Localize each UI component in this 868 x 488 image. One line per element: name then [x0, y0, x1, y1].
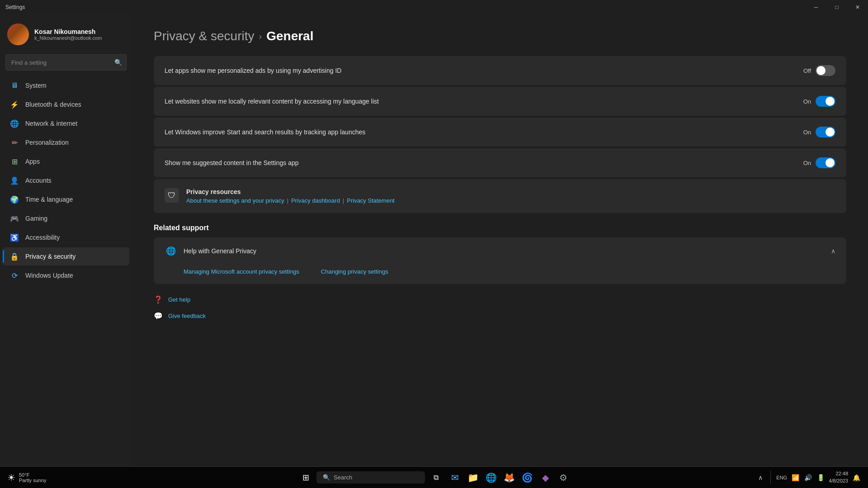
sidebar-item-personalization[interactable]: ✏ Personalization	[3, 133, 129, 152]
privacy-links: About these settings and your privacy | …	[186, 197, 395, 204]
search-input[interactable]	[5, 54, 127, 71]
app-title: Settings	[5, 4, 25, 10]
volume-icon[interactable]: 🔊	[803, 473, 812, 482]
sidebar-item-label-apps: Apps	[25, 158, 40, 165]
taskbar-divider	[770, 471, 771, 484]
sidebar: Kosar Nikoumanesh k_Nikoumanesh@outlook.…	[0, 14, 132, 466]
toggle-thumb-app-launches	[826, 128, 835, 137]
date-display: 4/8/2023	[829, 478, 848, 484]
sidebar-item-label-bluetooth: Bluetooth & devices	[25, 101, 81, 108]
toggle-thumb-suggested-content	[826, 158, 835, 167]
support-link-changing[interactable]: Changing privacy settings	[321, 268, 388, 275]
sidebar-item-system[interactable]: 🖥 System	[3, 76, 129, 95]
related-support-title: Related support	[154, 224, 846, 232]
gaming-icon: 🎮	[10, 214, 19, 223]
maximize-button[interactable]: □	[826, 0, 847, 14]
setting-label-app-launches: Let Windows improve Start and search res…	[165, 128, 365, 136]
sidebar-item-accessibility[interactable]: ♿ Accessibility	[3, 228, 129, 246]
sidebar-item-label-privacy: Privacy & security	[25, 253, 75, 260]
toggle-thumb-language-list	[826, 97, 835, 106]
sidebar-item-apps[interactable]: ⊞ Apps	[3, 152, 129, 171]
taskbar-mail-icon[interactable]: ✉	[447, 469, 463, 486]
privacy-resources-text: Privacy resources About these settings a…	[186, 188, 395, 204]
support-header[interactable]: 🌐 Help with General Privacy ∧	[154, 237, 846, 265]
network-icon: 🌐	[10, 119, 19, 128]
start-button[interactable]: ⊞	[297, 469, 315, 487]
sidebar-item-time[interactable]: 🌍 Time & language	[3, 190, 129, 208]
chevron-up-taskbar-icon[interactable]: ∧	[756, 473, 765, 482]
user-email: k_Nikoumanesh@outlook.com	[34, 35, 102, 41]
taskbar-firefox-icon[interactable]: 🦊	[501, 469, 517, 486]
sidebar-item-label-personalization: Personalization	[25, 139, 69, 146]
weather-icon: ☀	[7, 472, 15, 483]
privacy-link-about[interactable]: About these settings and your privacy	[186, 197, 284, 204]
privacy-resources-icon: 🛡	[165, 188, 179, 203]
bluetooth-icon: ⚡	[10, 100, 19, 109]
user-info: Kosar Nikoumanesh k_Nikoumanesh@outlook.…	[34, 28, 102, 41]
sidebar-item-bluetooth[interactable]: ⚡ Bluetooth & devices	[3, 95, 129, 114]
sidebar-item-accounts[interactable]: 👤 Accounts	[3, 171, 129, 190]
sidebar-item-label-network: Network & internet	[25, 120, 77, 127]
taskbar-left: ☀ 50°F Partly sunny	[7, 472, 50, 483]
breadcrumb-parent[interactable]: Privacy & security	[154, 29, 255, 43]
sidebar-item-gaming[interactable]: 🎮 Gaming	[3, 209, 129, 227]
chevron-up-icon: ∧	[831, 247, 835, 255]
task-view-button[interactable]: ⧉	[427, 469, 445, 487]
page-header: Privacy & security › General	[154, 29, 846, 43]
app-body: Kosar Nikoumanesh k_Nikoumanesh@outlook.…	[0, 14, 868, 466]
battery-icon[interactable]: 🔋	[816, 473, 825, 482]
accounts-icon: 👤	[10, 176, 19, 185]
toggle-thumb-advertising-id	[816, 66, 826, 75]
support-header-left: 🌐 Help with General Privacy	[165, 245, 256, 257]
sidebar-item-label-windows-update: Windows Update	[25, 272, 73, 279]
wifi-icon[interactable]: 📶	[791, 473, 800, 482]
sidebar-item-network[interactable]: 🌐 Network & internet	[3, 114, 129, 133]
toggle-label-advertising-id: Off	[803, 67, 811, 74]
setting-card-suggested-content: Show me suggested content in the Setting…	[154, 148, 846, 177]
privacy-link-dashboard[interactable]: Privacy dashboard	[291, 197, 340, 204]
taskbar-time[interactable]: 22:48 4/8/2023	[829, 470, 848, 484]
taskbar-search[interactable]: 🔍 Search	[316, 471, 425, 483]
page-title: General	[266, 29, 313, 43]
taskbar-explorer-icon[interactable]: 📁	[465, 469, 481, 486]
time-icon: 🌍	[10, 195, 19, 204]
taskbar-edge-icon[interactable]: 🌀	[519, 469, 535, 486]
sidebar-profile: Kosar Nikoumanesh k_Nikoumanesh@outlook.…	[0, 14, 132, 52]
privacy-link-statement[interactable]: Privacy Statement	[347, 197, 395, 204]
toggle-suggested-content[interactable]	[816, 157, 835, 168]
privacy-resources-card: 🛡 Privacy resources About these settings…	[154, 179, 846, 213]
sidebar-item-windows-update[interactable]: ⟳ Windows Update	[3, 266, 129, 284]
toggle-group-suggested-content: On	[803, 157, 835, 168]
sidebar-item-label-time: Time & language	[25, 196, 73, 203]
toggle-app-launches[interactable]	[816, 127, 835, 137]
minimize-button[interactable]: ─	[806, 0, 826, 14]
support-card: 🌐 Help with General Privacy ∧ Managing M…	[154, 237, 846, 284]
toggle-label-language-list: On	[803, 98, 811, 105]
breadcrumb-separator: ›	[259, 31, 262, 42]
username: Kosar Nikoumanesh	[34, 28, 102, 35]
window-controls: ─ □ ✕	[806, 0, 868, 14]
globe-icon: 🌐	[165, 245, 177, 257]
taskbar: ☀ 50°F Partly sunny ⊞ 🔍 Search ⧉ ✉ 📁 🌐 🦊…	[0, 466, 868, 488]
toggle-language-list[interactable]	[816, 96, 835, 107]
get-help-label: Get help	[168, 296, 190, 303]
sidebar-item-label-gaming: Gaming	[25, 215, 47, 222]
privacy-sep-1: |	[287, 197, 288, 204]
toggle-label-suggested-content: On	[803, 160, 811, 166]
taskbar-app5-icon[interactable]: ◆	[537, 469, 553, 486]
sidebar-item-privacy[interactable]: 🔒 Privacy & security	[3, 247, 129, 265]
support-links-row: Managing Microsoft account privacy setti…	[154, 265, 846, 284]
close-button[interactable]: ✕	[847, 0, 868, 14]
sidebar-item-label-accessibility: Accessibility	[25, 234, 60, 241]
notification-icon[interactable]: 🔔	[852, 473, 861, 482]
give-feedback-button[interactable]: 💬 Give feedback	[154, 309, 846, 322]
get-help-button[interactable]: ❓ Get help	[154, 293, 846, 306]
support-link-managing[interactable]: Managing Microsoft account privacy setti…	[184, 268, 299, 275]
taskbar-settings-app-icon[interactable]: ⚙	[555, 469, 571, 486]
weather-temp: 50°F	[19, 472, 47, 478]
taskbar-browser-icon[interactable]: 🌐	[483, 469, 499, 486]
bottom-actions: ❓ Get help 💬 Give feedback	[154, 293, 846, 322]
toggle-advertising-id[interactable]	[816, 65, 835, 76]
setting-card-language-list: Let websites show me locally relevant co…	[154, 87, 846, 116]
support-item-title: Help with General Privacy	[184, 247, 256, 255]
